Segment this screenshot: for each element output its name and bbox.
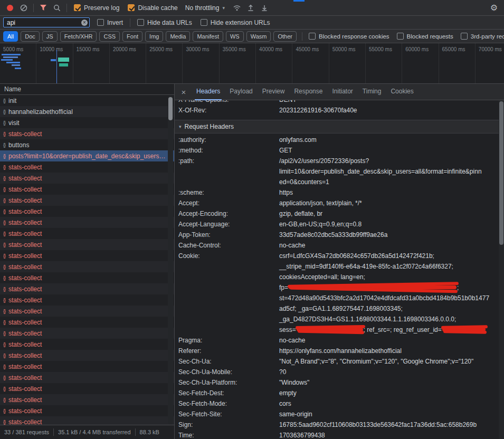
json-file-icon: {} [3, 275, 5, 281]
hide-extension-urls-checkbox[interactable]: Hide extension URLs [201, 19, 270, 26]
request-row[interactable]: {}posts?limit=10&order=publish_date_desc… [0, 150, 174, 161]
blocked-requests-checkbox[interactable]: Blocked requests [397, 33, 453, 40]
request-row[interactable]: {}stats-collect [0, 306, 174, 317]
header-row: :authority:onlyfans.com [175, 135, 504, 145]
header-value-line: /api2/v2/users/20572336/posts? [279, 156, 497, 166]
request-row[interactable]: {}stats-collect [0, 206, 174, 217]
type-filter-ws[interactable]: WS [226, 31, 244, 42]
tab-initiator[interactable]: Initiator [327, 84, 357, 100]
tab-headers[interactable]: Headers [192, 84, 225, 100]
import-har-button[interactable] [244, 1, 258, 15]
network-overview[interactable]: 5000 ms10000 ms15000 ms20000 ms25000 ms3… [0, 43, 504, 84]
request-row[interactable]: {}stats-collect [0, 250, 174, 261]
header-value-line: fp=; [279, 282, 497, 293]
request-row[interactable]: {}visit [0, 117, 174, 128]
type-filter-css[interactable]: CSS [99, 31, 120, 42]
type-filter-media[interactable]: Media [166, 31, 190, 42]
devtools-network-panel: Preserve log Disable cache No throttling… [0, 0, 504, 439]
request-row[interactable]: {}stats-collect [0, 283, 174, 294]
scrollbar-thumb[interactable] [499, 101, 503, 245]
request-row[interactable]: {}stats-collect [0, 339, 174, 350]
request-row[interactable]: {}stats-collect [0, 416, 174, 425]
tab-cookies[interactable]: Cookies [386, 84, 418, 100]
request-list-scrollbar[interactable] [168, 96, 173, 424]
filter-toggle-button[interactable] [36, 1, 50, 15]
request-row[interactable]: {}init [0, 95, 174, 106]
preserve-log-checkbox[interactable]: Preserve log [74, 4, 119, 12]
third-party-requests-checkbox[interactable]: 3rd-party requests [461, 33, 504, 40]
request-row[interactable]: {}stats-collect [0, 217, 174, 228]
request-name: visit [8, 119, 174, 127]
request-row[interactable]: {}stats-collect [0, 328, 174, 339]
json-file-icon: {} [3, 408, 5, 414]
type-filter-all[interactable]: All [3, 31, 18, 42]
header-row: Accept-Encoding:gzip, deflate, br [175, 208, 504, 219]
type-filter-manifest[interactable]: Manifest [193, 31, 223, 42]
json-file-icon: {} [3, 320, 5, 325]
request-row[interactable]: {}stats-collect [0, 161, 174, 173]
header-row: Sec-Fetch-Site:same-origin [175, 409, 504, 419]
request-row[interactable]: {}stats-collect [0, 184, 174, 195]
invert-checkbox[interactable]: Invert [97, 19, 123, 26]
tab-timing[interactable]: Timing [358, 84, 386, 100]
header-value: no-cache [279, 335, 504, 346]
network-conditions-button[interactable] [230, 1, 244, 15]
waterfall-activity [2, 54, 21, 55]
search-button[interactable] [50, 1, 64, 15]
request-row[interactable]: {}stats-collect [0, 317, 174, 328]
tab-response[interactable]: Response [289, 84, 327, 100]
tab-payload[interactable]: Payload [225, 84, 257, 100]
type-filter-fetch-xhr[interactable]: Fetch/XHR [60, 31, 97, 42]
close-details-icon[interactable]: × [178, 88, 189, 97]
json-file-icon: {} [3, 187, 5, 192]
header-name: Sec-Fetch-Dest: [175, 388, 279, 398]
request-row[interactable]: {}stats-collect [0, 239, 174, 250]
type-filter-font[interactable]: Font [122, 31, 142, 42]
header-value-text: ad5cf; _ga=GA1.1.689275447.1698003345; [279, 305, 403, 312]
clear-filter-icon[interactable]: × [81, 20, 88, 26]
request-row[interactable]: {}stats-collect [0, 361, 174, 372]
request-row[interactable]: {}stats-collect [0, 272, 174, 283]
type-filter-js[interactable]: JS [42, 31, 58, 42]
type-filter-other[interactable]: Other [273, 31, 297, 42]
header-value: DENY [279, 100, 504, 105]
request-headers-section[interactable]: ▾ Request Headers [175, 120, 504, 133]
request-name: stats-collect [8, 285, 174, 293]
request-row[interactable]: {}stats-collect [0, 261, 174, 272]
type-filter-doc[interactable]: Doc [21, 31, 40, 42]
header-value-text: _ga_D4827DS3H4=GS1.1.1698003344.1.1.1698… [279, 316, 456, 323]
header-name: :method: [175, 145, 279, 156]
name-column-header[interactable]: Name [0, 84, 174, 95]
waterfall-activity [3, 56, 18, 58]
settings-button[interactable]: ⚙ [487, 1, 501, 15]
request-row[interactable]: {}stats-collect [0, 228, 174, 239]
type-filter-img[interactable]: Img [145, 31, 163, 42]
export-har-button[interactable] [258, 1, 271, 15]
record-button[interactable] [3, 1, 17, 15]
timeline-tick-label: 60000 ms [405, 46, 429, 52]
tab-preview[interactable]: Preview [258, 84, 290, 100]
disable-cache-checkbox[interactable]: Disable cache [128, 4, 177, 12]
request-row[interactable]: {}stats-collect [0, 350, 174, 361]
clear-icon [20, 4, 27, 12]
hide-data-urls-checkbox[interactable]: Hide data URLs [137, 19, 192, 26]
clear-button[interactable] [17, 1, 31, 15]
throttling-select[interactable]: No throttling ▾ [185, 4, 225, 12]
request-row[interactable]: {}stats-collect [0, 128, 174, 139]
details-scrollbar[interactable] [499, 100, 504, 439]
request-row[interactable]: {}stats-collect [0, 294, 174, 306]
filter-input[interactable] [3, 17, 90, 27]
scrollbar-thumb[interactable] [168, 97, 173, 120]
request-row[interactable]: {}stats-collect [0, 195, 174, 206]
type-filter-wasm[interactable]: Wasm [246, 31, 271, 42]
request-row[interactable]: {}buttons [0, 139, 174, 150]
request-row[interactable]: {}hannahelizabethofficial [0, 106, 174, 117]
request-row[interactable]: {}stats-collect [0, 394, 174, 405]
request-row[interactable]: {}stats-collect [0, 372, 174, 383]
blocked-response-cookies-checkbox[interactable]: Blocked response cookies [309, 33, 389, 40]
request-row[interactable]: {}stats-collect [0, 173, 174, 184]
request-row[interactable]: {}stats-collect [0, 383, 174, 394]
header-value-line: ed=0&counters=1 [279, 177, 497, 187]
toolbar-separator [66, 4, 67, 12]
request-row[interactable]: {}stats-collect [0, 405, 174, 416]
